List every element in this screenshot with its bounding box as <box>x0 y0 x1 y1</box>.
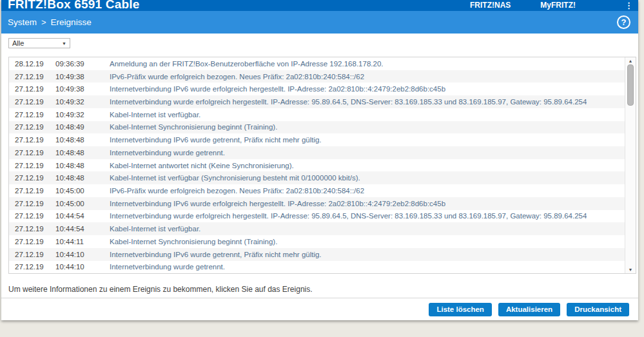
event-row[interactable]: 27.12.19 10:48:48 Internetverbindung wur… <box>9 146 636 159</box>
help-icon[interactable]: ? <box>617 15 630 29</box>
event-row[interactable]: 27.12.19 10:48:49 Kabel-Internet Synchro… <box>9 121 636 134</box>
event-date: 27.12.19 <box>15 263 48 271</box>
app-title: FRITZ!Box 6591 Cable <box>8 0 140 11</box>
scroll-down-icon[interactable]: ▼ <box>625 266 636 273</box>
event-time: 10:48:48 <box>55 136 91 144</box>
breadcrumb: System > Ereignisse <box>8 17 92 27</box>
event-date: 27.12.19 <box>15 111 48 119</box>
event-time: 10:44:10 <box>55 251 91 258</box>
event-message: Internetverbindung IPv6 wurde getrennt, … <box>110 136 322 144</box>
breadcrumb-bar: System > Ereignisse ? <box>1 11 638 34</box>
event-time: 10:44:54 <box>55 225 91 233</box>
chevron-right-icon: > <box>41 17 46 27</box>
topbar-links: FRITZ!NAS MyFRITZ! ⋮ <box>470 0 633 10</box>
event-message: Kabel-Internet Synchronisierung beginnt … <box>110 123 277 131</box>
event-date: 27.12.19 <box>15 187 48 195</box>
event-message: Internetverbindung IPv6 wurde erfolgreic… <box>110 85 445 93</box>
footer-button-bar: Liste löschen Aktualisieren Druckansicht <box>1 298 638 320</box>
breadcrumb-system[interactable]: System <box>8 17 37 27</box>
event-row[interactable]: 27.12.19 10:49:32 Kabel-Internet ist ver… <box>9 108 636 121</box>
breadcrumb-ereignisse: Ereignisse <box>51 17 92 27</box>
delete-list-button[interactable]: Liste löschen <box>429 303 492 316</box>
print-view-button[interactable]: Druckansicht <box>567 303 629 316</box>
chevron-down-icon: ▼ <box>62 41 66 46</box>
event-message: Anmeldung an der FRITZ!Box-Benutzeroberf… <box>110 60 383 68</box>
event-time: 10:44:54 <box>55 212 91 220</box>
event-rows: 28.12.19 09:36:39 Anmeldung an der FRITZ… <box>9 57 636 273</box>
event-date: 27.12.19 <box>15 174 48 182</box>
event-row[interactable]: 28.12.19 09:36:39 Anmeldung an der FRITZ… <box>9 57 636 70</box>
event-message: Internetverbindung wurde getrennt. <box>110 263 225 271</box>
event-row[interactable]: 27.12.19 10:48:48 Internetverbindung IPv… <box>9 133 636 146</box>
event-row[interactable]: 27.12.19 10:49:38 IPv6-Präfix wurde erfo… <box>9 70 636 83</box>
event-date: 27.12.19 <box>15 238 48 246</box>
refresh-button[interactable]: Aktualisieren <box>498 303 560 316</box>
event-date: 27.12.19 <box>15 73 48 81</box>
event-message: Kabel-Internet antwortet nicht (Keine Sy… <box>110 162 294 169</box>
event-time: 10:49:38 <box>55 73 91 81</box>
event-date: 27.12.19 <box>15 85 48 93</box>
event-date: 27.12.19 <box>15 136 48 144</box>
myfritz-link[interactable]: MyFRITZ! <box>540 0 576 10</box>
event-time: 10:45:00 <box>55 200 91 207</box>
content-card: FRITZ!Box 6591 Cable FRITZ!NAS MyFRITZ! … <box>1 0 638 320</box>
filter-selected-value: Alle <box>12 39 24 47</box>
event-date: 27.12.19 <box>15 212 48 220</box>
event-date: 27.12.19 <box>15 200 48 207</box>
event-date: 27.12.19 <box>15 162 48 169</box>
event-time: 10:48:48 <box>55 174 91 182</box>
event-date: 27.12.19 <box>15 149 48 157</box>
event-message: IPv6-Präfix wurde erfolgreich bezogen. N… <box>110 187 364 195</box>
event-time: 09:36:39 <box>55 60 91 68</box>
top-header-bar: FRITZ!Box 6591 Cable FRITZ!NAS MyFRITZ! … <box>1 0 638 11</box>
event-message: Internetverbindung IPv6 wurde getrennt, … <box>110 251 322 258</box>
event-message: Internetverbindung wurde erfolgreich her… <box>110 98 587 106</box>
event-row[interactable]: 27.12.19 10:44:54 Kabel-Internet ist ver… <box>9 222 636 235</box>
event-row[interactable]: 27.12.19 10:48:48 Kabel-Internet ist ver… <box>9 171 636 184</box>
event-time: 10:48:48 <box>55 149 91 157</box>
event-time: 10:48:49 <box>55 123 91 131</box>
event-row[interactable]: 27.12.19 10:44:10 Internetverbindung IPv… <box>9 248 636 261</box>
event-date: 27.12.19 <box>15 123 48 131</box>
event-row[interactable]: 27.12.19 10:44:10 Internetverbindung wur… <box>9 261 636 274</box>
event-message: Kabel-Internet ist verfügbar (Synchronis… <box>110 174 360 182</box>
event-row[interactable]: 27.12.19 10:44:11 Kabel-Internet Synchro… <box>9 235 636 248</box>
menu-dots-icon[interactable]: ⋮ <box>625 1 633 10</box>
event-row[interactable]: 27.12.19 10:44:54 Internetverbindung wur… <box>9 210 636 223</box>
event-message: Kabel-Internet ist verfügbar. <box>110 225 200 233</box>
event-time: 10:48:48 <box>55 162 91 169</box>
event-message: Internetverbindung wurde getrennt. <box>110 149 225 157</box>
scroll-up-icon[interactable]: ▲ <box>625 57 636 64</box>
event-row[interactable]: 27.12.19 10:49:38 Internetverbindung IPv… <box>9 82 636 95</box>
fritznas-link[interactable]: FRITZ!NAS <box>470 0 511 10</box>
event-date: 27.12.19 <box>15 225 48 233</box>
event-list: 28.12.19 09:36:39 Anmeldung an der FRITZ… <box>8 57 636 274</box>
event-time: 10:45:00 <box>55 187 91 195</box>
event-hint-text: Um weitere Informationen zu einem Ereign… <box>8 285 313 294</box>
event-message: IPv6-Präfix wurde erfolgreich bezogen. N… <box>110 73 364 81</box>
scrollbar[interactable]: ▲ ▼ <box>625 57 636 273</box>
event-row[interactable]: 27.12.19 10:48:48 Kabel-Internet antwort… <box>9 159 636 172</box>
event-row[interactable]: 27.12.19 10:45:00 IPv6-Präfix wurde erfo… <box>9 184 636 197</box>
event-date: 27.12.19 <box>15 98 48 106</box>
event-time: 10:49:32 <box>55 111 91 119</box>
event-message: Kabel-Internet Synchronisierung beginnt … <box>110 238 277 246</box>
event-time: 10:49:38 <box>55 85 91 93</box>
event-message: Internetverbindung IPv6 wurde erfolgreic… <box>110 200 445 207</box>
event-time: 10:49:32 <box>55 98 91 106</box>
event-row[interactable]: 27.12.19 10:45:00 Internetverbindung IPv… <box>9 197 636 210</box>
event-date: 27.12.19 <box>15 251 48 258</box>
event-time: 10:44:10 <box>55 263 91 271</box>
event-message: Kabel-Internet ist verfügbar. <box>110 111 200 119</box>
event-time: 10:44:11 <box>55 238 91 246</box>
event-row[interactable]: 27.12.19 10:49:32 Internetverbindung wur… <box>9 95 636 108</box>
event-message: Internetverbindung wurde erfolgreich her… <box>110 212 587 220</box>
event-date: 28.12.19 <box>15 60 48 68</box>
event-filter-select[interactable]: Alle ▼ <box>8 38 70 48</box>
scrollbar-thumb[interactable] <box>627 64 634 106</box>
